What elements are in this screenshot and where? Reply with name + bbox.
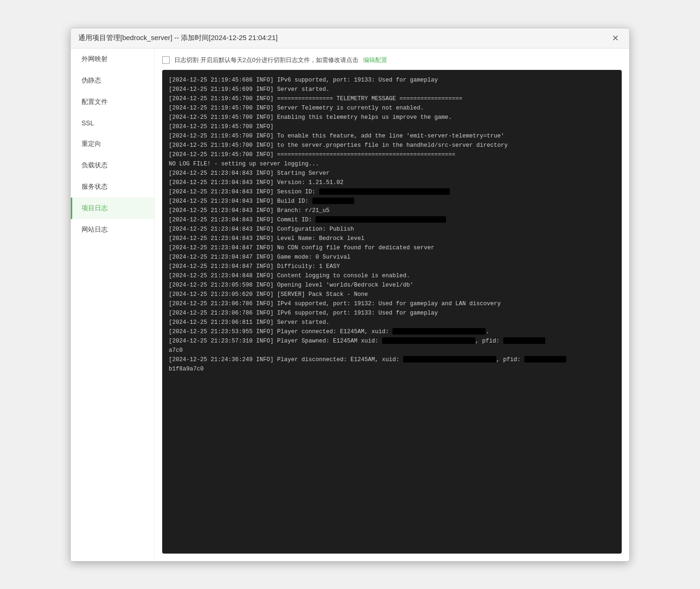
redacted-value xyxy=(503,337,545,344)
sidebar-item-config[interactable]: 配置文件 xyxy=(71,91,154,113)
log-line: [2024-12-25 21:19:45:700 INFO] To enable… xyxy=(169,131,615,141)
sidebar-item-load-status[interactable]: 负载状态 xyxy=(71,155,154,176)
sidebar: 外网映射伪静态配置文件SSL重定向负载状态服务状态项目日志网站日志 xyxy=(71,48,155,561)
log-line: [2024-12-25 21:23:06:786 INFO] IPv4 supp… xyxy=(169,299,615,308)
log-cut-label: 日志切割 开启后默认每天2点0分进行切割日志文件，如需修改请点击 xyxy=(174,56,358,64)
redacted-value xyxy=(524,356,566,363)
log-line: [2024-12-25 21:23:04:843 INFO] Level Nam… xyxy=(169,234,615,243)
log-line: [2024-12-25 21:23:04:847 INFO] No CDN co… xyxy=(169,243,615,253)
main-window: 通用项目管理[bedrock_server] -- 添加时间[2024-12-2… xyxy=(70,28,630,562)
sidebar-item-ssl[interactable]: SSL xyxy=(71,113,154,133)
log-line: [2024-12-25 21:23:06:786 INFO] IPv6 supp… xyxy=(169,308,615,318)
log-line: [2024-12-25 21:23:04:843 INFO] Starting … xyxy=(169,169,615,178)
main-panel: 日志切割 开启后默认每天2点0分进行切割日志文件，如需修改请点击 编辑配置 [2… xyxy=(155,48,629,561)
sidebar-item-project-log[interactable]: 项目日志 xyxy=(71,198,154,219)
log-line: [2024-12-25 21:23:04:843 INFO] Commit ID… xyxy=(169,215,615,225)
log-line: a7c0 xyxy=(169,346,615,355)
log-line: NO LOG FILE! - setting up server logging… xyxy=(169,159,615,169)
redacted-value xyxy=(382,337,475,344)
log-line: [2024-12-25 21:23:04:843 INFO] Version: … xyxy=(169,178,615,187)
log-line: [2024-12-25 21:19:45:686 INFO] IPv6 supp… xyxy=(169,75,615,85)
sidebar-item-port-mapping[interactable]: 外网映射 xyxy=(71,48,154,70)
log-line: [2024-12-25 21:23:05:620 INFO] [SERVER] … xyxy=(169,290,615,299)
log-line: [2024-12-25 21:23:04:847 INFO] Game mode… xyxy=(169,253,615,262)
redacted-value xyxy=(319,188,450,195)
redacted-value xyxy=(312,198,354,204)
log-line: [2024-12-25 21:19:45:700 INFO] =========… xyxy=(169,150,615,159)
log-line: [2024-12-25 21:23:04:843 INFO] Configura… xyxy=(169,225,615,234)
log-line: [2024-12-25 21:23:06:811 INFO] Server st… xyxy=(169,318,615,327)
log-line: [2024-12-25 21:19:45:700 INFO] Enabling … xyxy=(169,113,615,122)
log-output[interactable]: [2024-12-25 21:19:45:686 INFO] IPv6 supp… xyxy=(162,70,622,554)
window-title: 通用项目管理[bedrock_server] -- 添加时间[2024-12-2… xyxy=(78,34,278,42)
sidebar-item-redirect[interactable]: 重定向 xyxy=(71,133,154,155)
edit-config-link[interactable]: 编辑配置 xyxy=(363,56,387,64)
sidebar-item-site-log[interactable]: 网站日志 xyxy=(71,219,154,240)
log-header: 日志切割 开启后默认每天2点0分进行切割日志文件，如需修改请点击 编辑配置 xyxy=(162,56,622,64)
log-line: [2024-12-25 21:23:04:847 INFO] Difficult… xyxy=(169,262,615,271)
log-line: [2024-12-25 21:24:36:249 INFO] Player di… xyxy=(169,355,615,364)
close-button[interactable]: ✕ xyxy=(609,33,622,43)
log-line: [2024-12-25 21:19:45:700 INFO] =========… xyxy=(169,94,615,103)
log-line: [2024-12-25 21:23:04:843 INFO] Session I… xyxy=(169,187,615,197)
sidebar-item-service-status[interactable]: 服务状态 xyxy=(71,176,154,198)
sidebar-item-static[interactable]: 伪静态 xyxy=(71,70,154,91)
titlebar: 通用项目管理[bedrock_server] -- 添加时间[2024-12-2… xyxy=(71,28,629,48)
redacted-value xyxy=(316,216,446,223)
log-line: [2024-12-25 21:23:04:843 INFO] Branch: r… xyxy=(169,206,615,215)
log-line: [2024-12-25 21:19:45:700 INFO] xyxy=(169,122,615,131)
log-line: [2024-12-25 21:23:04:843 INFO] Build ID: xyxy=(169,197,615,206)
log-line: b1f8a9a7c0 xyxy=(169,364,615,374)
redacted-value xyxy=(403,356,496,363)
log-line: [2024-12-25 21:23:04:848 INFO] Content l… xyxy=(169,271,615,281)
redacted-value xyxy=(392,328,486,335)
log-cut-checkbox[interactable] xyxy=(162,56,170,64)
content-area: 外网映射伪静态配置文件SSL重定向负载状态服务状态项目日志网站日志 日志切割 开… xyxy=(71,48,629,561)
log-line: [2024-12-25 21:23:05:598 INFO] Opening l… xyxy=(169,281,615,290)
log-line: [2024-12-25 21:19:45:700 INFO] Server Te… xyxy=(169,103,615,113)
log-line: [2024-12-25 21:19:45:699 INFO] Server st… xyxy=(169,85,615,94)
log-line: [2024-12-25 21:19:45:700 INFO] to the se… xyxy=(169,141,615,150)
log-line: [2024-12-25 21:23:57:310 INFO] Player Sp… xyxy=(169,336,615,346)
log-line: [2024-12-25 21:23:53:955 INFO] Player co… xyxy=(169,327,615,336)
